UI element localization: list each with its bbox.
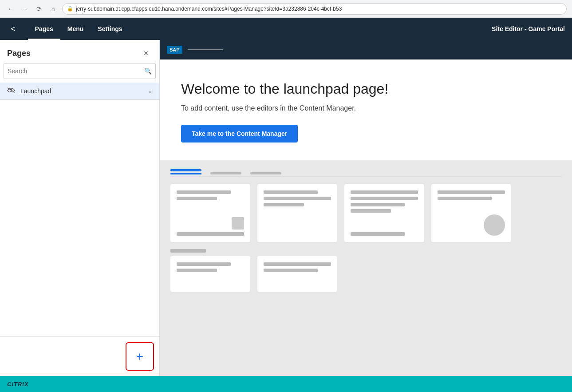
sidebar-item-launchpad[interactable]: Launchpad ⌄ [0,83,159,100]
eye-slash-icon [7,87,15,95]
content-manager-button[interactable]: Take me to the Content Manager [181,125,298,143]
tab-pages[interactable]: Pages [28,18,60,40]
forward-button[interactable]: → [20,4,30,14]
sidebar-footer: + [0,337,159,376]
card-line [264,269,318,272]
site-title: Site Editor - Game Portal [492,25,565,32]
cards-row-2 [170,256,561,292]
card-line [438,190,505,194]
add-page-button[interactable]: + [126,342,154,371]
tab-inactive-1 [210,172,241,174]
card-line [351,232,405,236]
cards-row-1 [170,184,561,242]
tab-settings[interactable]: Settings [91,18,129,40]
main-area: Pages × 🔍 Launchpad ⌄ + [0,40,572,376]
sidebar: Pages × 🔍 Launchpad ⌄ + [0,40,160,376]
welcome-section: Welcome to the launchpad page! To add co… [160,59,572,160]
welcome-title: Welcome to the launchpad page! [181,81,551,97]
card-line [177,232,244,236]
cards-section [160,160,572,308]
section-label [170,249,206,253]
lock-icon: 🔒 [67,6,73,12]
home-button[interactable]: ⌂ [48,4,59,14]
sap-app-header: SAP [160,40,572,59]
card-line [351,209,391,213]
tab-active-indicator [170,169,201,174]
card-line [264,197,331,200]
content-preview-area: SAP Welcome to the launchpad page! To ad… [160,40,572,376]
url-bar[interactable]: 🔒 jerry-subdomain.dt.cpp.cfapps.eu10.han… [62,3,567,15]
browser-chrome: ← → ⟳ ⌂ 🔒 jerry-subdomain.dt.cpp.cfapps.… [0,0,572,18]
card-square [232,217,244,230]
card-2 [257,184,337,242]
card-line [177,190,231,194]
close-sidebar-button[interactable]: × [140,47,152,59]
card-5 [170,256,250,292]
nav-tabs: Pages Menu Settings [28,18,130,40]
card-line [177,197,217,200]
sap-header-decoration [188,49,223,50]
top-navigation: < Pages Menu Settings Site Editor - Game… [0,18,572,40]
card-1 [170,184,250,242]
card-line [177,269,217,272]
welcome-subtitle: To add content, use the editors in the C… [181,104,551,112]
tab-menu[interactable]: Menu [60,18,91,40]
reload-button[interactable]: ⟳ [34,4,44,14]
search-input[interactable] [8,67,144,75]
search-box[interactable]: 🔍 [4,63,156,79]
sidebar-title: Pages [7,49,31,58]
url-text: jerry-subdomain.dt.cpp.cfapps.eu10.hana.… [76,6,342,12]
back-button[interactable]: ← [5,4,16,14]
chevron-down-icon: ⌄ [148,88,152,94]
citrix-label: CiTRiX [7,381,29,388]
card-line [438,197,492,200]
card-3 [344,184,424,242]
search-icon: 🔍 [144,67,152,75]
card-line [351,197,418,200]
card-line [351,190,418,194]
card-line [177,262,231,266]
card-circle [484,214,505,236]
card-6 [257,256,337,292]
launchpad-label: Launchpad [20,87,148,95]
nav-back-button[interactable]: < [7,23,19,36]
card-4 [431,184,511,242]
card-line [264,203,304,206]
sap-logo: SAP [167,46,182,54]
sidebar-header: Pages × [0,40,159,63]
citrix-bar: CiTRiX [0,376,572,392]
card-line [351,203,405,206]
card-line [264,190,318,194]
tab-inactive-2 [250,172,281,174]
card-line [264,262,331,266]
